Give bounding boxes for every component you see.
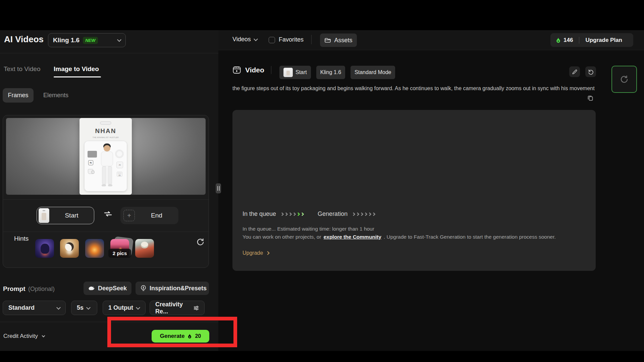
quality-value: Standard — [8, 304, 35, 311]
upgrade-plan-button[interactable]: Upgrade Plan — [585, 37, 622, 44]
videos-filter-dropdown[interactable]: Videos — [232, 36, 257, 43]
inspiration-presets-button[interactable]: Inspiration&Presets — [136, 282, 209, 295]
queue-status-text: In the queue... Estimated waiting time: … — [243, 226, 374, 232]
hint-thumbnail-astronaut[interactable] — [35, 239, 54, 258]
model-selector[interactable]: Kling 1.6 NEW — [48, 33, 126, 47]
generation-progress-chevrons — [352, 213, 376, 216]
accessory-headphones — [115, 149, 124, 158]
deepseek-label: DeepSeek — [98, 285, 127, 292]
swap-frames-icon[interactable] — [104, 211, 112, 217]
hint-thumbnail-cat[interactable] — [135, 239, 154, 258]
lightbulb-icon — [140, 285, 147, 292]
creativity-value: Creativity Re... — [155, 301, 191, 315]
video-icon — [232, 66, 241, 74]
hint-thumbnail-panda[interactable] — [60, 239, 79, 258]
explore-community-link[interactable]: explore the Community — [324, 234, 381, 240]
output-count-dropdown[interactable]: 1 Output — [103, 301, 146, 315]
figure-shoe — [108, 184, 112, 186]
accessory-ai-chip: AI — [116, 162, 123, 168]
stage-queue-label: In the queue — [243, 210, 276, 218]
chevron-down-icon — [42, 334, 45, 338]
assets-button[interactable]: Assets — [320, 34, 357, 47]
quality-dropdown[interactable]: Standard — [3, 301, 66, 315]
figure-head — [104, 145, 110, 152]
favorites-label[interactable]: Favorites — [279, 36, 304, 43]
add-end-frame-icon: + — [123, 210, 135, 221]
divider — [311, 35, 312, 44]
chevron-down-icon — [136, 305, 140, 310]
refresh-hints-icon[interactable] — [196, 238, 204, 246]
tab-frames[interactable]: Frames — [3, 88, 34, 103]
generation-queue-card: In the queue Generation In the queue... … — [232, 110, 596, 271]
video-prompt-text: the figure steps out of its toy packagin… — [232, 83, 599, 93]
panel-resize-handle[interactable] — [216, 183, 221, 193]
copy-prompt-icon[interactable] — [587, 95, 593, 101]
accessory-calendar: 31 — [117, 172, 122, 177]
queue-stages: In the queue Generation — [243, 210, 381, 218]
credit-activity-toggle[interactable]: Credit Activity — [3, 333, 45, 340]
queue-progress-chevrons — [281, 213, 305, 216]
generate-cost: 20 — [195, 333, 201, 339]
prompt-optional-label: (Optional) — [28, 286, 55, 293]
right-panel: Videos Favorites Assets 146 — [218, 30, 644, 351]
edit-prompt-button[interactable] — [569, 66, 580, 77]
favorites-checkbox[interactable] — [269, 37, 275, 43]
new-badge: NEW — [83, 37, 98, 44]
generation-task-thumbnail-selected[interactable] — [611, 66, 637, 93]
figure-shirt — [101, 152, 113, 166]
start-frame-mini-thumbnail — [283, 68, 293, 77]
generate-button[interactable]: Generate 20 — [152, 330, 209, 343]
upgrade-link[interactable]: Upgrade — [243, 250, 269, 256]
tab-image-to-video[interactable]: Image to Video — [54, 65, 99, 73]
sliders-icon — [194, 305, 199, 311]
queue-info-prefix: You can work on other projects, or — [243, 234, 321, 240]
spinner-icon — [620, 75, 629, 84]
queue-info-text: You can work on other projects, orexplor… — [243, 234, 556, 240]
output-value: 1 Output — [108, 304, 133, 311]
start-frame-slot[interactable]: Start — [37, 207, 94, 224]
hint-thumbnail-fire-girl[interactable] — [85, 239, 104, 258]
two-pics-badge: 2 pics — [108, 249, 131, 258]
page-title: AI Videos — [4, 34, 44, 45]
inspiration-label: Inspiration&Presets — [150, 285, 207, 292]
credits-pill[interactable]: 146 Upgrade Plan — [550, 33, 633, 47]
divider — [579, 37, 579, 44]
package-tray: N AI 31 — [84, 141, 127, 191]
start-frame-thumbnail — [39, 208, 49, 223]
start-frame-preview-image[interactable]: NHAN THE MINIMALIST HUSTLER N AI 31 — [6, 118, 206, 195]
credit-flame-icon — [187, 334, 192, 339]
end-frame-slot[interactable]: + End — [120, 207, 178, 224]
package-subtitle: THE MINIMALIST HUSTLER — [79, 136, 132, 138]
divider — [3, 232, 209, 232]
credits-count: 146 — [564, 37, 573, 44]
accessory-laptop — [88, 151, 97, 158]
active-tab-underline — [54, 76, 101, 77]
accessory-n-chip: N — [88, 160, 93, 165]
chevron-down-icon — [86, 305, 91, 310]
deepseek-button[interactable]: DeepSeek — [84, 282, 131, 295]
tab-elements[interactable]: Elements — [43, 92, 68, 99]
tag-model[interactable]: Kling 1.6 — [316, 66, 345, 79]
generate-label: Generate — [160, 333, 185, 340]
video-card-header: Video — [232, 66, 278, 74]
tag-mode[interactable]: Standard Mode — [351, 66, 395, 79]
task-tags: Start Kling 1.6 Standard Mode — [279, 66, 395, 79]
divider — [3, 199, 209, 200]
stage-generation-label: Generation — [318, 210, 347, 218]
whale-icon — [88, 286, 95, 291]
credit-flame-icon — [556, 37, 561, 43]
chevron-down-icon — [117, 38, 121, 42]
queue-info-suffix: . Upgrade to Fast-Track Generation to st… — [384, 234, 556, 240]
tag-start-frame[interactable]: Start — [279, 66, 311, 79]
credit-activity-label: Credit Activity — [3, 333, 38, 339]
frames-card: NHAN THE MINIMALIST HUSTLER N AI 31 — [3, 115, 209, 268]
package-title: NHAN — [79, 127, 132, 135]
divider — [0, 53, 218, 53]
tab-text-to-video[interactable]: Text to Video — [4, 65, 41, 73]
creativity-control[interactable]: Creativity Re... — [150, 301, 205, 315]
figure-leg — [102, 166, 106, 184]
assets-label: Assets — [334, 37, 352, 44]
duration-dropdown[interactable]: 5s — [71, 301, 97, 315]
regenerate-button[interactable] — [585, 66, 596, 77]
chevron-down-icon — [56, 305, 61, 310]
